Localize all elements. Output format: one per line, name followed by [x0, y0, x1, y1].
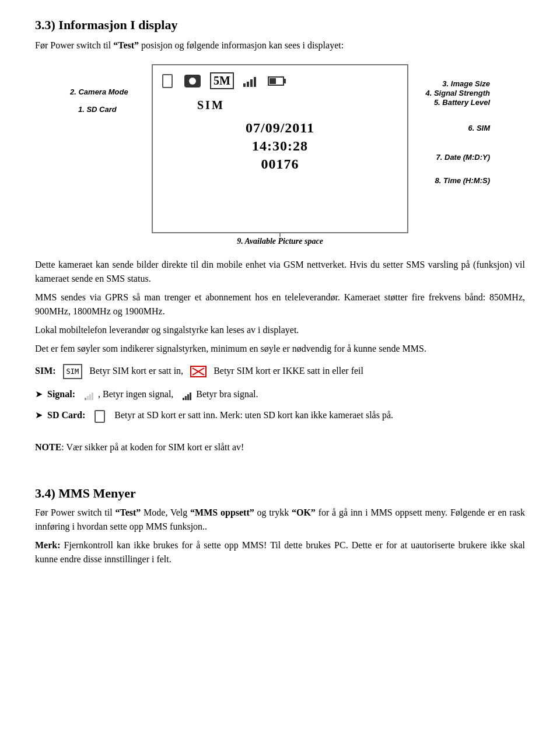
- sdcard-icon: [94, 410, 105, 423]
- arrow-icon-signal: ➤: [35, 388, 43, 400]
- sim-nok-icon: [190, 366, 206, 377]
- section2-heading: 3.4) MMS Menyer: [35, 486, 525, 501]
- arrow-icon-sdcard: ➤: [35, 409, 43, 421]
- sim-display: SIM: [197, 99, 398, 112]
- sim-description: SIM: SIM Betyr SIM kort er satt in, Bety…: [35, 364, 525, 379]
- sim-label: SIM:: [35, 366, 56, 376]
- display-diagram: 2. Camera Mode 1. SD Card 3. Image Size …: [35, 64, 525, 246]
- battery-display-icon: [268, 76, 284, 86]
- section2-p1: Før Power switch til “Test” Mode, Velg “…: [35, 506, 525, 534]
- counter-display: 00176: [162, 156, 398, 172]
- sdcard-item: ➤ SD Card: Betyr at SD kort er satt inn.…: [35, 408, 525, 422]
- label-available: 9. Available Picture space: [70, 237, 490, 246]
- display-icons-row: 5M: [162, 72, 398, 89]
- body-p2: MMS sendes via GPRS så man trenger et ab…: [35, 290, 525, 318]
- section2-p2: Merk: Fjernkontroll kan ikke brukes for …: [35, 538, 525, 566]
- note-text: NOTE: Vær sikker på at koden for SIM kor…: [35, 440, 525, 454]
- body-p1: Dette kameraet kan sende bilder direkte …: [35, 258, 525, 286]
- body-p4: Det er fem søyler som indikerer signalst…: [35, 342, 525, 356]
- label-battery-level: 5. Battery Level: [434, 97, 490, 107]
- merk-label: Merk:: [35, 540, 61, 550]
- body-p3: Lokal mobiltelefon leverandør og singals…: [35, 323, 525, 337]
- label-sd-card: 1. SD Card: [78, 104, 117, 114]
- sdcard-display-icon: [162, 74, 173, 88]
- signal-label: Signal:: [47, 389, 75, 399]
- image-size-display: 5M: [210, 72, 234, 89]
- time-display: 14:30:28: [162, 138, 398, 154]
- label-sim: 6. SIM: [468, 122, 490, 133]
- sdcard-text: Betyr at SD kort er satt inn. Merk: uten…: [114, 410, 393, 420]
- note-bold: NOTE: [35, 442, 61, 452]
- good-signal-icon: [183, 391, 191, 400]
- no-signal-icon: [85, 391, 93, 400]
- sim-ok-icon: SIM: [63, 364, 83, 379]
- display-box: 5M SIM 07/09/2011 14:3: [152, 64, 408, 233]
- label-time: 8. Time (H:M:S): [435, 175, 490, 185]
- signal-content: Signal: , Betyr ingen signal, Betyr bra …: [47, 387, 525, 401]
- intro-text: Før Power switch til “Test” posisjon og …: [35, 38, 525, 52]
- sim-nok-text: Betyr SIM kort er IKKE satt in eller fei…: [214, 366, 363, 376]
- sdcard-label: SD Card:: [47, 410, 85, 420]
- section-heading: 3.3) Informasjon I display: [35, 17, 525, 33]
- label-camera-mode: 2. Camera Mode: [70, 86, 128, 97]
- signal-item: ➤ Signal: , Betyr ingen signal, Betyr br…: [35, 387, 525, 401]
- camera-display-icon: [184, 75, 201, 87]
- label-date: 7. Date (M:D:Y): [436, 152, 490, 162]
- signal-yes-text: Betyr bra signal.: [196, 389, 258, 399]
- sdcard-content: SD Card: Betyr at SD kort er satt inn. M…: [47, 408, 525, 422]
- signal-display-icon: [243, 75, 256, 87]
- sim-ok-text: Betyr SIM kort er satt in,: [89, 366, 183, 376]
- signal-no-text: , Betyr ingen signal,: [98, 389, 173, 399]
- date-display: 07/09/2011: [162, 120, 398, 136]
